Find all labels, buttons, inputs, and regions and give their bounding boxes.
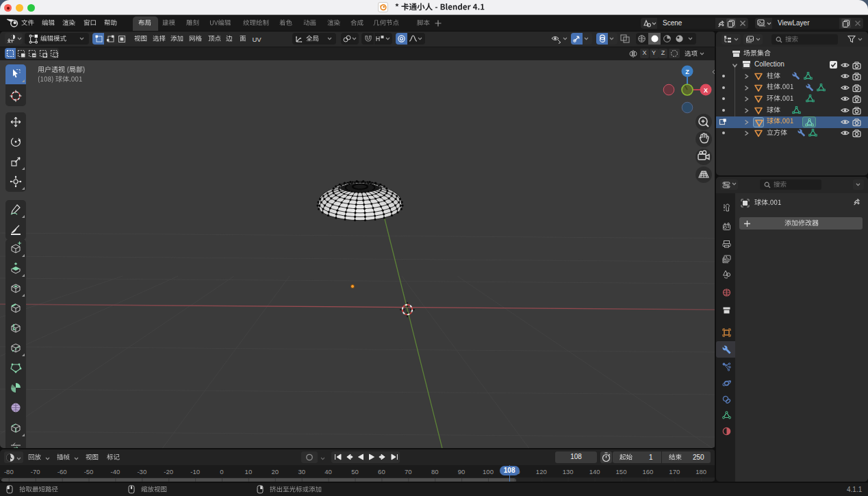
svg-text:Z: Z: [685, 69, 689, 75]
svg-text:X: X: [704, 87, 708, 94]
